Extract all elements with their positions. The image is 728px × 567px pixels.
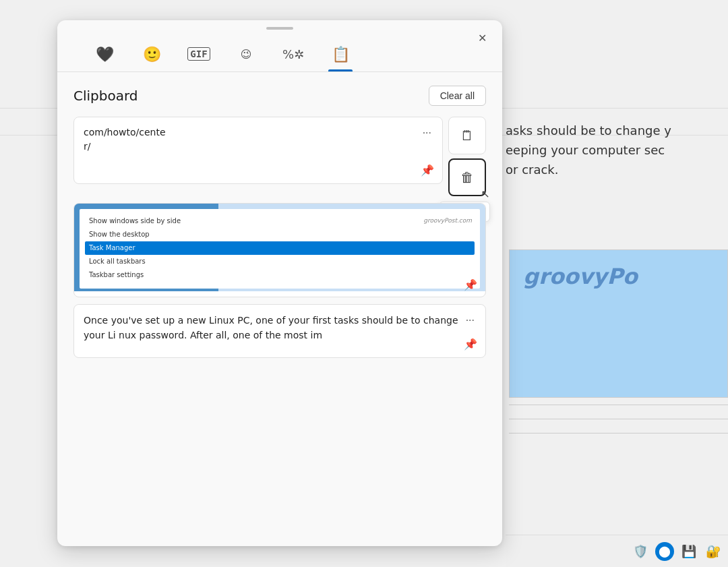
clipboard-item-url-actions: 🗒 🗑 ↖ Delete [448, 117, 486, 196]
clipboard-section: Clipboard Clear all com/howto/center/ ··… [57, 72, 502, 546]
taskbar-usb-icon: 💾 [679, 542, 698, 561]
tab-clipboard[interactable]: 📋 [320, 36, 361, 71]
clipboard-item-screenshot-pin-button[interactable]: 📌 [464, 278, 477, 291]
clipboard-item-url-more-button[interactable]: ··· [420, 125, 434, 140]
blue-content-box: groovyPo [509, 249, 728, 398]
tab-favorites[interactable]: 🖤 [84, 36, 125, 71]
clipboard-items-list: com/howto/center/ ··· 📌 🗒 🗑 ↖ Delete [73, 117, 486, 358]
favorites-icon: 🖤 [96, 46, 114, 63]
screenshot-menu-item-2: Show the desktop [85, 228, 475, 241]
symbols-icon: %✲ [282, 47, 304, 61]
taskbar-lock-icon: 🔐 [704, 542, 723, 561]
screenshot-menu-item-1: Show windows side by side [85, 214, 475, 228]
delete-icon: 🗑 [460, 169, 474, 185]
kaomoji-icon: 😉 [241, 48, 252, 61]
screenshot-menu: Show windows side by side Show the deskt… [80, 209, 480, 287]
tab-symbols[interactable]: %✲ [273, 36, 313, 71]
cursor-icon: ↖ [481, 187, 490, 200]
clipboard-title: Clipboard [73, 88, 138, 104]
clipboard-header: Clipboard Clear all [73, 86, 486, 106]
drag-handle-bar [266, 27, 293, 30]
clear-all-button[interactable]: Clear all [429, 86, 486, 106]
format-action-button[interactable]: 🗒 [448, 117, 486, 154]
screenshot-image: Show windows side by side Show the deskt… [74, 204, 485, 291]
screenshot-menu-item-3: Task Manager [85, 241, 475, 255]
background-lines [509, 405, 728, 447]
clipboard-item-url[interactable]: com/howto/center/ ··· 📌 [73, 117, 443, 184]
background-text: asks should be to change y eeping your c… [506, 121, 721, 179]
screenshot-menu-panel: Show windows side by side Show the deskt… [80, 209, 480, 289]
clipboard-item-url-text: com/howto/center/ [84, 125, 433, 154]
tab-emoji[interactable]: 🙂 [131, 36, 172, 71]
clipboard-item-url-pin-button[interactable]: 📌 [421, 164, 434, 177]
clipboard-item-longtext-pin-button[interactable]: 📌 [464, 338, 477, 351]
taskbar-shield-icon: 🛡️ [631, 542, 650, 561]
clipboard-icon: 📋 [332, 46, 350, 63]
clipboard-item-longtext-text: Once you've set up a new Linux PC, one o… [84, 313, 476, 343]
format-icon: 🗒 [460, 127, 474, 144]
screenshot-watermark: groovyPost.com [423, 217, 472, 224]
delete-action-button[interactable]: 🗑 ↖ Delete [448, 158, 486, 196]
tab-gif[interactable]: GIF [179, 36, 219, 71]
tab-kaomoji[interactable]: 😉 [226, 36, 266, 71]
clipboard-item-longtext[interactable]: Once you've set up a new Linux PC, one o… [73, 304, 486, 358]
gif-icon: GIF [187, 47, 210, 61]
drag-handle[interactable] [57, 20, 502, 34]
screenshot-menu-item-4: Lock all taskbars [85, 255, 475, 268]
groovy-text: groovyPo [523, 264, 638, 289]
emoji-icon: 🙂 [143, 46, 161, 63]
clipboard-item-longtext-more-button[interactable]: ··· [463, 313, 477, 328]
clipboard-item-url-row: com/howto/center/ ··· 📌 🗒 🗑 ↖ Delete [73, 117, 486, 196]
taskbar-bluetooth-icon: ⬤ [655, 542, 674, 561]
tab-bar: 🖤 🙂 GIF 😉 %✲ 📋 [57, 34, 502, 72]
emoji-panel: ✕ 🖤 🙂 GIF 😉 %✲ 📋 Clipboard Clear all [57, 20, 502, 546]
screenshot-menu-item-5: Taskbar settings [85, 268, 475, 282]
clipboard-item-screenshot[interactable]: Show windows side by side Show the deskt… [73, 203, 486, 297]
taskbar: 🛡️ ⬤ 💾 🔐 [506, 535, 728, 567]
